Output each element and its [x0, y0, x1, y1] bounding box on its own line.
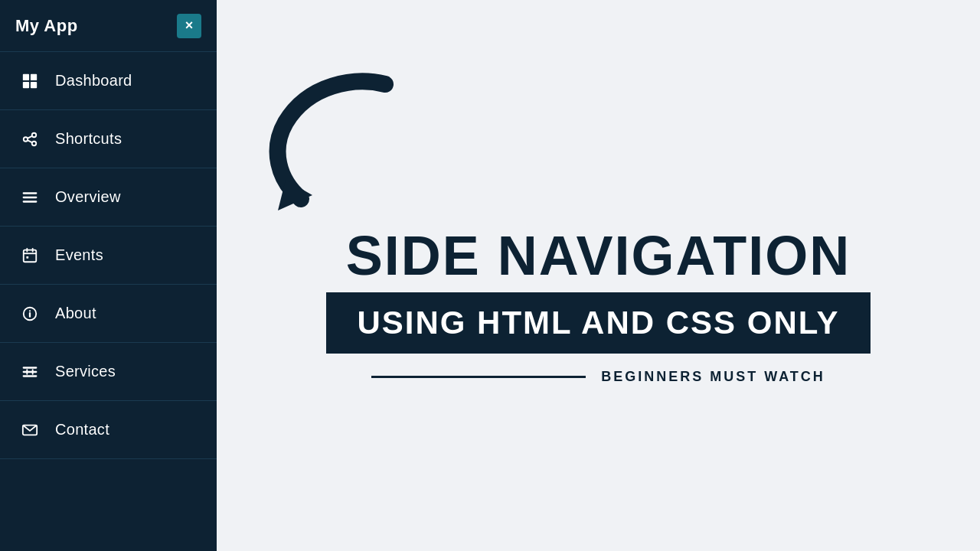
- sidebar-item-shortcuts-label: Shortcuts: [55, 130, 122, 148]
- sidebar: My App × Dashboard Shortcuts: [0, 0, 217, 551]
- events-icon: [18, 247, 41, 264]
- svg-rect-16: [26, 256, 28, 258]
- subtitle-box: USING HTML AND CSS ONLY: [326, 292, 870, 354]
- svg-rect-3: [31, 81, 37, 87]
- subtitle-text: USING HTML AND CSS ONLY: [357, 305, 839, 341]
- sidebar-item-services-label: Services: [55, 363, 116, 380]
- svg-point-5: [32, 132, 37, 137]
- sidebar-item-dashboard[interactable]: Dashboard: [0, 52, 217, 110]
- sidebar-item-events[interactable]: Events: [0, 227, 217, 285]
- svg-line-7: [28, 135, 32, 138]
- sidebar-item-dashboard-label: Dashboard: [55, 72, 132, 90]
- sidebar-item-overview[interactable]: Overview: [0, 168, 217, 227]
- arrow-container: [263, 61, 416, 233]
- tagline-line-left: [371, 376, 586, 378]
- close-button[interactable]: ×: [177, 14, 201, 38]
- svg-rect-1: [31, 73, 37, 80]
- svg-rect-2: [23, 81, 29, 87]
- svg-rect-12: [24, 249, 37, 262]
- sidebar-item-contact[interactable]: Contact: [0, 401, 217, 459]
- sidebar-item-about[interactable]: About: [0, 285, 217, 343]
- svg-rect-0: [23, 73, 29, 80]
- svg-point-6: [32, 141, 37, 145]
- sidebar-item-overview-label: Overview: [55, 188, 121, 206]
- tagline-container: BEGINNERS MUST WATCH: [247, 369, 949, 385]
- dashboard-icon: [18, 73, 41, 90]
- text-block: SIDE NAVIGATION USING HTML AND CSS ONLY …: [247, 228, 949, 385]
- sidebar-header: My App ×: [0, 0, 217, 52]
- svg-point-19: [29, 310, 31, 311]
- sidebar-item-shortcuts[interactable]: Shortcuts: [0, 110, 217, 168]
- sidebar-item-contact-label: Contact: [55, 421, 109, 439]
- svg-line-8: [28, 140, 32, 142]
- about-icon: [18, 305, 41, 322]
- main-content: SIDE NAVIGATION USING HTML AND CSS ONLY …: [217, 0, 980, 551]
- services-icon: [18, 364, 41, 380]
- shortcuts-icon: [18, 131, 41, 148]
- svg-point-4: [24, 137, 28, 142]
- arrow-icon: [263, 61, 416, 230]
- overview-icon: [18, 189, 41, 206]
- sidebar-item-about-label: About: [55, 305, 96, 322]
- contact-icon: [18, 422, 41, 439]
- tagline-text: BEGINNERS MUST WATCH: [601, 369, 825, 385]
- sidebar-item-services[interactable]: Services: [0, 343, 217, 401]
- sidebar-item-events-label: Events: [55, 246, 103, 264]
- main-title: SIDE NAVIGATION: [247, 228, 949, 283]
- app-title: My App: [15, 16, 78, 36]
